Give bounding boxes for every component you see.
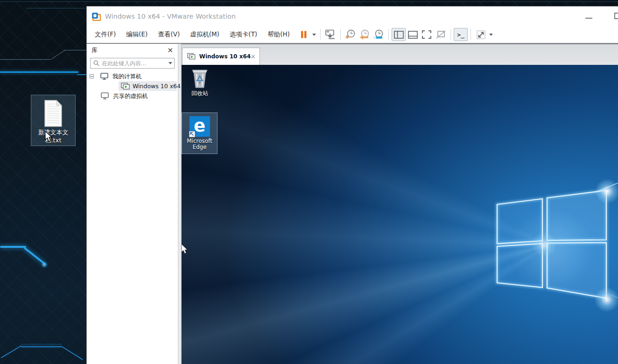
- host-hexagon-edge: [0, 345, 21, 358]
- library-title: 库: [91, 46, 167, 55]
- show-thumbnail-bar-button[interactable]: [406, 28, 420, 41]
- edge-e-glyph: e: [194, 117, 205, 134]
- vm-desktop-icon-recycle-bin[interactable]: 回收站: [182, 67, 218, 97]
- search-icon: [93, 60, 99, 66]
- revert-snapshot-button[interactable]: [358, 28, 372, 41]
- vm-powered-on-icon: [187, 53, 196, 60]
- host-glow-line: [0, 71, 78, 73]
- recycle-bin-icon: [190, 67, 210, 89]
- vm-powered-on-icon: [121, 83, 130, 90]
- tab-windows10-x64[interactable]: Windows 10 x64 ✕: [182, 48, 260, 65]
- host-circuit-line: [26, 8, 86, 8]
- take-snapshot-icon: [345, 29, 356, 40]
- computer-icon: [100, 73, 108, 80]
- window-content: 库 ✕ 我的计算机: [87, 44, 618, 364]
- tree-label: Windows 10 x64: [133, 83, 181, 90]
- vm-desktop[interactable]: 回收站 e Microsoft Edge: [182, 65, 618, 364]
- menu-file[interactable]: 文件(F): [90, 28, 121, 42]
- vm-mouse-cursor: [182, 244, 189, 255]
- vmware-workstation-window: Windows 10 x64 - VMware Workstation 文件(F…: [86, 6, 618, 364]
- host-circuit-line: [51, 50, 65, 59]
- take-snapshot-button[interactable]: [344, 28, 358, 41]
- toolbar-separator: [320, 29, 321, 40]
- stretch-dropdown[interactable]: [488, 28, 494, 41]
- host-circuit-line: [64, 50, 86, 50]
- menu-edit[interactable]: 编辑(E): [121, 28, 153, 42]
- send-ctrl-alt-del-button[interactable]: [323, 28, 337, 41]
- library-panel: 库 ✕ 我的计算机: [87, 44, 178, 364]
- toolbar-separator: [471, 29, 471, 40]
- vmware-app-icon: [91, 12, 101, 21]
- chevron-down-icon: [312, 34, 316, 36]
- window-title: Windows 10 x64 - VMware Workstation: [105, 13, 236, 20]
- toolbar-separator: [340, 29, 341, 40]
- toolbar: >_: [297, 26, 494, 43]
- maximize-button[interactable]: [614, 13, 618, 19]
- manage-snapshots-icon: [373, 29, 384, 40]
- shared-vms-icon: [101, 92, 109, 99]
- library-search-box[interactable]: [90, 58, 175, 69]
- manage-snapshots-button[interactable]: [372, 28, 386, 41]
- host-glow-line: [0, 246, 26, 248]
- vm-pane: Windows 10 x64 ✕: [182, 44, 618, 364]
- library-tree: 我的计算机 Windows 10 x64: [87, 71, 178, 101]
- suspend-dropdown[interactable]: [311, 28, 317, 41]
- enter-full-screen-button[interactable]: [420, 28, 434, 41]
- host-hexagon-edge: [21, 344, 62, 344]
- tree-item-shared-vms[interactable]: 共享的虚拟机: [87, 91, 178, 101]
- tree-item-my-computer[interactable]: 我的计算机: [87, 71, 178, 81]
- tab-close-icon[interactable]: ✕: [251, 54, 256, 60]
- thumbnail-bar-icon: [408, 31, 418, 39]
- host-hexagon-edge: [21, 346, 62, 347]
- library-close-icon[interactable]: ✕: [167, 47, 173, 54]
- host-mouse-cursor: [45, 131, 53, 143]
- unity-mode-icon: [436, 30, 446, 39]
- host-circuit-line: [0, 59, 50, 60]
- host-hexagon-edge: [62, 346, 83, 360]
- revert-snapshot-icon: [359, 29, 370, 40]
- toolbar-separator: [450, 29, 451, 40]
- host-glow-line: [77, 74, 86, 75]
- menu-tabs[interactable]: 选项卡(T): [225, 28, 262, 42]
- collapse-expander-icon[interactable]: [90, 74, 94, 78]
- unity-mode-button[interactable]: [434, 28, 448, 41]
- menu-toolbar-row: 文件(F) 编辑(E) 查看(V) 虚拟机(M) 选项卡(T) 帮助(H): [87, 26, 618, 44]
- minimize-button[interactable]: [585, 18, 592, 19]
- show-library-button[interactable]: [392, 28, 406, 41]
- host-glow-dot: [41, 261, 48, 268]
- search-dropdown-icon[interactable]: [169, 62, 172, 64]
- library-header: 库 ✕: [87, 44, 178, 57]
- icon-label: 回收站: [191, 91, 208, 97]
- icon-label: Microsoft Edge: [187, 138, 212, 150]
- menu-vm[interactable]: 虚拟机(M): [185, 28, 225, 42]
- vm-desktop-icon-microsoft-edge[interactable]: e Microsoft Edge: [182, 112, 218, 154]
- tree-label: 共享的虚拟机: [113, 92, 148, 100]
- tree-item-windows10-vm[interactable]: Windows 10 x64: [87, 81, 178, 91]
- logo-corner-glow: [595, 179, 618, 204]
- suspend-vm-button[interactable]: [297, 28, 311, 41]
- logo-center-glow: [532, 232, 557, 257]
- ctrl-alt-del-icon: [325, 29, 336, 40]
- menu-help[interactable]: 帮助(H): [262, 28, 295, 42]
- edge-logo: e: [190, 116, 210, 137]
- toolbar-separator: [388, 29, 389, 40]
- window-titlebar[interactable]: Windows 10 x64 - VMware Workstation: [87, 7, 618, 26]
- host-circuit-line: [0, 1, 618, 2]
- launch-console-button[interactable]: >_: [454, 28, 468, 41]
- tab-bar: Windows 10 x64 ✕: [182, 44, 618, 65]
- search-input[interactable]: [102, 60, 169, 67]
- logo-corner-glow: [594, 287, 618, 312]
- menu-view[interactable]: 查看(V): [153, 28, 185, 42]
- tab-label: Windows 10 x64: [199, 53, 251, 60]
- tree-label: 我的计算机: [112, 73, 142, 81]
- pause-icon: [300, 31, 308, 38]
- free-stretch-button[interactable]: [474, 28, 488, 41]
- shortcut-arrow-icon: [189, 131, 195, 137]
- chevron-down-icon: [489, 34, 493, 36]
- file-icon-label: 新建文本文 档.txt: [38, 128, 69, 144]
- desktop-file-icon-txt[interactable]: 新建文本文 档.txt: [31, 95, 76, 146]
- full-screen-icon: [422, 30, 431, 39]
- free-stretch-icon: [477, 30, 485, 39]
- panel-splitter[interactable]: [178, 44, 182, 364]
- library-panel-icon: [394, 31, 404, 39]
